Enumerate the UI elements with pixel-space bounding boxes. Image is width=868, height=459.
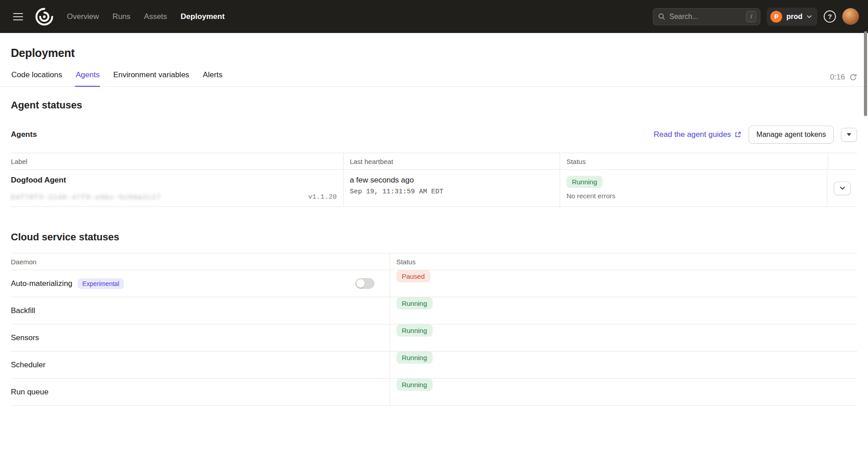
search-shortcut-key: / (746, 11, 756, 22)
cloud-service-statuses-heading: Cloud service statuses (11, 231, 857, 243)
agent-errors-text: No recent errors (566, 192, 821, 200)
manage-agent-tokens-button[interactable]: Manage agent tokens (749, 126, 834, 144)
tab-environment-variables[interactable]: Environment variables (113, 70, 189, 87)
agents-table-header: Label Last heartbeat Status (11, 153, 857, 170)
agent-id-redacted: 64f78f3-2146-47f9-a9bc-5c90a2c27b76 (11, 194, 160, 201)
daemon-row-backfill: Backfill Running (11, 297, 857, 324)
daemon-name: Scheduler (11, 361, 46, 370)
deployment-avatar: P (770, 11, 782, 23)
deployment-switcher-label: prod (786, 13, 802, 21)
hamburger-menu-button[interactable] (9, 8, 27, 26)
nav-item-overview[interactable]: Overview (67, 12, 99, 21)
daemon-cell: Sensors (11, 324, 390, 351)
deployment-switcher[interactable]: P prod (767, 8, 817, 26)
page-title: Deployment (11, 47, 857, 60)
column-header-status: Status (560, 153, 828, 169)
daemon-row-scheduler: Scheduler Running (11, 351, 857, 379)
daemon-cell: Auto-materializing Experimental (11, 270, 390, 297)
agent-heartbeat-cell: a few seconds ago Sep 19, 11:31:59 AM ED… (344, 170, 560, 206)
refresh-control: 0:16 (830, 73, 857, 82)
chevron-down-icon (807, 15, 812, 19)
daemon-name: Run queue (11, 388, 48, 397)
agent-expand-button[interactable] (834, 182, 851, 195)
cloud-table-header: Daemon Status (11, 253, 857, 270)
help-icon: ? (824, 10, 836, 23)
daemon-status-badge: Paused (396, 270, 430, 282)
nav-item-deployment[interactable]: Deployment (181, 12, 225, 21)
cloud-services-table: Daemon Status Auto-materializing Experim… (11, 253, 857, 406)
agent-guides-link[interactable]: Read the agent guides (654, 130, 741, 139)
daemon-status-cell: Running (390, 379, 857, 405)
tab-agents[interactable]: Agents (75, 70, 100, 87)
daemon-status-badge: Running (396, 351, 433, 364)
agent-table-row: Dogfood Agent 64f78f3-2146-47f9-a9bc-5c9… (11, 170, 857, 207)
help-button[interactable]: ? (824, 10, 836, 23)
tab-alerts[interactable]: Alerts (203, 70, 223, 87)
agent-actions-cell (827, 170, 857, 206)
app-screen: Overview Runs Assets Deployment / P prod… (0, 0, 868, 459)
daemon-inner: Auto-materializing Experimental (11, 278, 383, 289)
top-navbar: Overview Runs Assets Deployment / P prod… (0, 0, 868, 33)
auto-materializing-toggle[interactable] (355, 278, 374, 289)
agent-label-cell: Dogfood Agent 64f78f3-2146-47f9-a9bc-5c9… (11, 170, 344, 206)
daemon-status-badge: Running (396, 379, 433, 391)
hamburger-icon (13, 13, 23, 14)
daemon-status-cell: Running (390, 297, 857, 324)
daemon-status-badge: Running (396, 324, 433, 337)
agent-heartbeat-timestamp: Sep 19, 11:31:59 AM EDT (350, 188, 553, 196)
tab-code-locations[interactable]: Code locations (11, 70, 62, 87)
global-search: / (653, 8, 760, 25)
agent-label-bottom: 64f78f3-2146-47f9-a9bc-5c90a2c27b76 v1.1… (11, 193, 337, 201)
toggle-knob (356, 279, 365, 288)
search-icon (658, 13, 665, 20)
refresh-timer: 0:16 (830, 73, 845, 82)
agent-status-badge: Running (566, 176, 603, 188)
column-header-actions (828, 153, 857, 169)
vertical-scrollbar[interactable] (864, 31, 867, 116)
agents-toolbar: Agents Read the agent guides Manage agen… (11, 126, 857, 144)
agents-actions: Read the agent guides Manage agent token… (654, 126, 857, 144)
column-header-daemon-status: Status (390, 253, 857, 270)
tabs-row: Code locations Agents Environment variab… (11, 70, 857, 86)
column-header-daemon: Daemon (11, 253, 390, 270)
column-header-label: Label (11, 153, 344, 169)
daemon-name: Backfill (11, 306, 35, 315)
main-content: Deployment Code locations Agents Environ… (0, 47, 868, 406)
agent-status-cell: Running No recent errors (560, 170, 827, 206)
daemon-row-auto-materializing: Auto-materializing Experimental Paused (11, 270, 857, 297)
refresh-icon[interactable] (849, 73, 857, 81)
daemon-status-cell: Running (390, 324, 857, 351)
daemon-status-badge: Running (396, 297, 433, 309)
daemon-status-cell: Paused (390, 270, 857, 297)
dagster-logo-icon (34, 7, 54, 27)
daemon-status-cell: Running (390, 351, 857, 378)
daemon-cell: Run queue (11, 379, 390, 405)
daemon-name: Auto-materializing (11, 279, 72, 288)
daemon-name: Sensors (11, 333, 39, 342)
daemon-row-sensors: Sensors Running (11, 324, 857, 351)
deployment-tabs: Code locations Agents Environment variab… (11, 70, 223, 87)
daemon-cell: Scheduler (11, 351, 390, 378)
agent-name: Dogfood Agent (11, 176, 337, 185)
experimental-badge: Experimental (78, 278, 124, 289)
agent-version: v1.1.20 (308, 193, 337, 201)
agent-guides-link-label: Read the agent guides (654, 130, 731, 139)
daemon-row-run-queue: Run queue Running (11, 379, 857, 406)
column-header-heartbeat: Last heartbeat (344, 153, 560, 169)
agent-statuses-heading: Agent statuses (11, 99, 857, 111)
caret-down-icon (847, 133, 851, 136)
nav-item-runs[interactable]: Runs (113, 12, 131, 21)
dagster-logo[interactable] (33, 6, 55, 28)
search-input[interactable] (669, 13, 742, 21)
agents-subheading: Agents (11, 130, 37, 139)
main-nav: Overview Runs Assets Deployment (67, 12, 225, 21)
daemon-cell: Backfill (11, 297, 390, 324)
agents-more-actions-button[interactable] (841, 128, 857, 142)
nav-item-assets[interactable]: Assets (144, 12, 167, 21)
external-link-icon (734, 131, 741, 138)
chevron-down-icon (840, 186, 845, 190)
user-avatar[interactable] (842, 8, 859, 25)
agents-table: Label Last heartbeat Status Dogfood Agen… (11, 153, 857, 207)
agent-heartbeat-relative: a few seconds ago (350, 176, 553, 185)
